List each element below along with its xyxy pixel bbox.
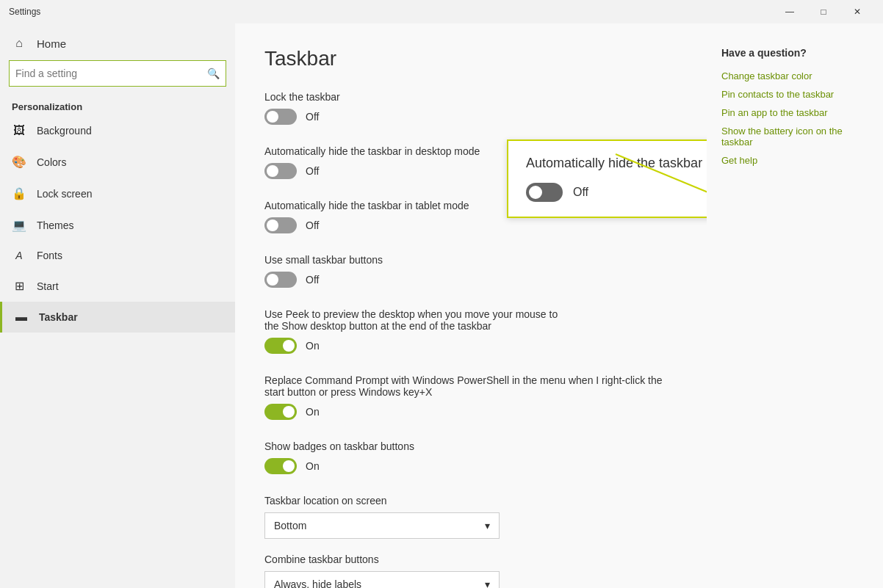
sidebar-item-label: Start	[37, 280, 59, 292]
show-badges-toggle-row: On	[264, 458, 677, 474]
sidebar: ⌂ Home 🔍 Personalization 🖼 Background 🎨 …	[0, 23, 235, 588]
right-panel-title: Have a question?	[721, 47, 868, 59]
taskbar-icon: ▬	[14, 311, 29, 324]
chevron-down-icon: ▾	[485, 578, 490, 588]
personalization-label: Personalization	[0, 95, 235, 115]
home-icon: ⌂	[12, 37, 26, 50]
sidebar-item-colors[interactable]: 🎨 Colors	[0, 146, 235, 178]
lock-taskbar-state: Off	[306, 111, 319, 123]
close-button[interactable]: ✕	[840, 0, 874, 23]
right-panel-link-3[interactable]: Show the battery icon on the taskbar	[721, 126, 868, 148]
settings-panel: Taskbar Lock the taskbar Off Automatical…	[235, 23, 707, 588]
toggle-knob	[283, 340, 295, 352]
start-icon: ⊞	[12, 279, 26, 293]
toggle-knob	[267, 274, 278, 286]
peek-toggle-row: On	[264, 338, 677, 354]
tooltip-title: Automatically hide the taskbar in deskto…	[526, 156, 707, 171]
auto-hide-tablet-toggle-row: Off	[264, 217, 677, 233]
combine-buttons-setting: Combine taskbar buttons Always, hide lab…	[264, 553, 677, 588]
lock-taskbar-setting: Lock the taskbar Off	[264, 91, 677, 125]
window-controls: — □ ✕	[773, 0, 874, 23]
sidebar-item-label: Background	[37, 125, 92, 137]
auto-hide-desktop-toggle[interactable]	[264, 163, 297, 179]
auto-hide-tablet-toggle[interactable]	[264, 217, 297, 233]
sidebar-item-background[interactable]: 🖼 Background	[0, 115, 235, 146]
right-panel-link-1[interactable]: Pin contacts to the taskbar	[721, 89, 868, 100]
title-bar: Settings — □ ✕	[0, 0, 883, 23]
sidebar-item-label: Colors	[37, 156, 66, 168]
peek-toggle[interactable]	[264, 338, 297, 354]
sidebar-item-label: Lock screen	[37, 188, 92, 200]
search-box[interactable]: 🔍	[9, 60, 226, 87]
sidebar-item-lock-screen[interactable]: 🔒 Lock screen	[0, 178, 235, 209]
combine-buttons-label: Combine taskbar buttons	[264, 553, 677, 565]
lock-screen-icon: 🔒	[12, 186, 26, 200]
sidebar-item-label: Taskbar	[39, 311, 78, 323]
replace-cmd-toggle[interactable]	[264, 404, 297, 420]
show-badges-setting: Show badges on taskbar buttons On	[264, 440, 677, 474]
minimize-button[interactable]: —	[773, 0, 807, 23]
taskbar-location-select[interactable]: Bottom ▾	[264, 512, 500, 539]
tooltip-toggle[interactable]	[526, 183, 563, 202]
tooltip-state: Off	[573, 186, 588, 199]
taskbar-location-value: Bottom	[274, 520, 306, 531]
taskbar-location-label: Taskbar location on screen	[264, 495, 677, 507]
sidebar-item-themes[interactable]: 💻 Themes	[0, 209, 235, 241]
maximize-button[interactable]: □	[807, 0, 840, 23]
combine-buttons-select[interactable]: Always, hide labels ▾	[264, 571, 500, 588]
search-icon: 🔍	[207, 68, 220, 79]
colors-icon: 🎨	[12, 155, 26, 169]
small-buttons-setting: Use small taskbar buttons Off	[264, 254, 677, 288]
background-icon: 🖼	[12, 124, 26, 137]
home-label: Home	[37, 37, 66, 50]
lock-taskbar-label: Lock the taskbar	[264, 91, 677, 103]
sidebar-item-label: Themes	[37, 219, 74, 231]
peek-state: On	[306, 340, 320, 352]
toggle-knob	[283, 460, 295, 472]
sidebar-item-taskbar[interactable]: ▬ Taskbar	[0, 302, 235, 333]
home-nav-item[interactable]: ⌂ Home	[0, 29, 235, 57]
small-buttons-label: Use small taskbar buttons	[264, 254, 677, 266]
toggle-knob	[267, 111, 278, 123]
lock-taskbar-toggle-row: Off	[264, 109, 677, 125]
right-panel: Have a question? Change taskbar color Pi…	[707, 23, 883, 588]
peek-label: Use Peek to preview the desktop when you…	[264, 308, 677, 332]
right-panel-link-2[interactable]: Pin an app to the taskbar	[721, 107, 868, 118]
small-buttons-toggle-row: Off	[264, 272, 677, 288]
sidebar-item-label: Fonts	[37, 250, 62, 261]
show-badges-toggle[interactable]	[264, 458, 297, 474]
combine-buttons-value: Always, hide labels	[274, 578, 361, 588]
right-panel-link-4[interactable]: Get help	[721, 155, 868, 166]
show-badges-label: Show badges on taskbar buttons	[264, 440, 677, 452]
sidebar-item-fonts[interactable]: A Fonts	[0, 241, 235, 270]
replace-cmd-state: On	[306, 406, 320, 418]
themes-icon: 💻	[12, 218, 26, 232]
sidebar-item-start[interactable]: ⊞ Start	[0, 270, 235, 302]
replace-cmd-toggle-row: On	[264, 404, 677, 420]
toggle-knob	[267, 219, 278, 231]
lock-taskbar-toggle[interactable]	[264, 109, 297, 125]
tooltip-toggle-row: Off	[526, 183, 707, 202]
peek-setting: Use Peek to preview the desktop when you…	[264, 308, 677, 354]
replace-cmd-setting: Replace Command Prompt with Windows Powe…	[264, 374, 677, 420]
auto-hide-desktop-state: Off	[306, 165, 319, 177]
fonts-icon: A	[12, 250, 26, 261]
chevron-down-icon: ▾	[485, 520, 490, 531]
show-badges-state: On	[306, 460, 320, 472]
replace-cmd-label: Replace Command Prompt with Windows Powe…	[264, 374, 677, 398]
tooltip-popup: Automatically hide the taskbar in deskto…	[507, 139, 707, 218]
toggle-knob	[267, 165, 278, 177]
page-title: Taskbar	[264, 47, 677, 70]
content-area: Taskbar Lock the taskbar Off Automatical…	[235, 23, 883, 588]
app-title: Settings	[9, 7, 773, 17]
small-buttons-state: Off	[306, 274, 319, 286]
taskbar-location-setting: Taskbar location on screen Bottom ▾	[264, 495, 677, 539]
toggle-knob	[283, 406, 295, 418]
auto-hide-tablet-state: Off	[306, 219, 319, 231]
small-buttons-toggle[interactable]	[264, 272, 297, 288]
app-body: ⌂ Home 🔍 Personalization 🖼 Background 🎨 …	[0, 23, 883, 588]
toggle-knob	[529, 186, 542, 199]
right-panel-link-0[interactable]: Change taskbar color	[721, 70, 868, 81]
search-input[interactable]	[15, 68, 207, 79]
